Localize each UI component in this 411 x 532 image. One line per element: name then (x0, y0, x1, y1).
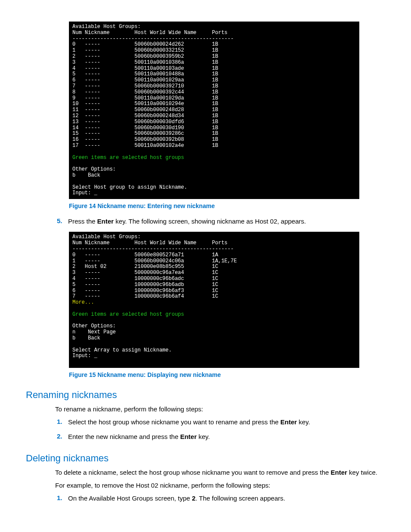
term-rows: 0 ----- 50060e8005276a71 1A 1 ----- 5006… (72, 252, 237, 300)
step-text: Select the host group whose nickname you… (68, 418, 385, 426)
term-divider: ----------------------------------------… (72, 36, 234, 42)
term-input: Input: _ (72, 353, 97, 359)
step-text: Enter the new nickname and press the Ent… (68, 432, 385, 441)
step-5: 5. Press the Enter key. The following sc… (57, 217, 385, 226)
document-page: Available Host Groups: Num Nickname Host… (0, 0, 411, 532)
term-more: More... (72, 299, 94, 305)
delete-para-1: To delete a nickname, select the host gr… (55, 468, 385, 477)
terminal-screenshot-2: Available Host Groups: Num Nickname Host… (69, 232, 359, 368)
section-heading-renaming: Renaming nicknames (26, 389, 385, 401)
term-input: Input: _ (72, 190, 97, 196)
section-intro: To rename a nickname, perform the follow… (55, 405, 385, 414)
term-other-options: Other Options: (72, 166, 116, 172)
step-number: 1. (57, 418, 68, 426)
term-green-msg: Green items are selected host groups (72, 155, 184, 161)
delete-step-1: 1. On the Available Host Groups screen, … (57, 494, 385, 503)
term-select-msg: Select Host group to assign Nickname. (72, 184, 187, 190)
step-number: 2. (57, 432, 68, 441)
section-heading-deleting: Deleting nicknames (26, 453, 385, 464)
term-green-msg: Green items are selected host groups (72, 311, 184, 317)
term-option-back: b Back (72, 172, 100, 178)
term-option-next: n Next Page (72, 329, 116, 335)
term-select-msg: Select Array to assign Nickname. (72, 347, 171, 353)
term-header: Available Host Groups: (72, 234, 140, 240)
term-option-back: b Back (72, 335, 100, 341)
figure-caption-15: Figure 15 Nickname menu: Displaying new … (69, 371, 385, 378)
rename-step-1: 1. Select the host group whose nickname … (57, 418, 385, 426)
step-number: 5. (57, 217, 68, 226)
figure-caption-14: Figure 14 Nickname menu: Entering new ni… (69, 202, 385, 209)
term-columns: Num Nickname Host World Wide Name Ports (72, 30, 227, 36)
terminal-screenshot-1: Available Host Groups: Num Nickname Host… (69, 22, 359, 199)
step-number: 1. (57, 494, 68, 503)
rename-step-2: 2. Enter the new nickname and press the … (57, 432, 385, 441)
step-text: On the Available Host Groups screen, typ… (68, 494, 385, 503)
term-other-options: Other Options: (72, 323, 116, 329)
step-text: Press the Enter key. The following scree… (68, 217, 385, 226)
term-columns: Num Nickname Host World Wide Name Ports (72, 240, 227, 246)
term-rows: 0 ----- 50060b000024d262 1B 1 ----- 5006… (72, 41, 218, 149)
term-divider: ----------------------------------------… (72, 246, 234, 252)
term-header: Available Host Groups: (72, 24, 140, 30)
delete-para-2: For example, to remove the Host 02 nickn… (55, 481, 385, 490)
